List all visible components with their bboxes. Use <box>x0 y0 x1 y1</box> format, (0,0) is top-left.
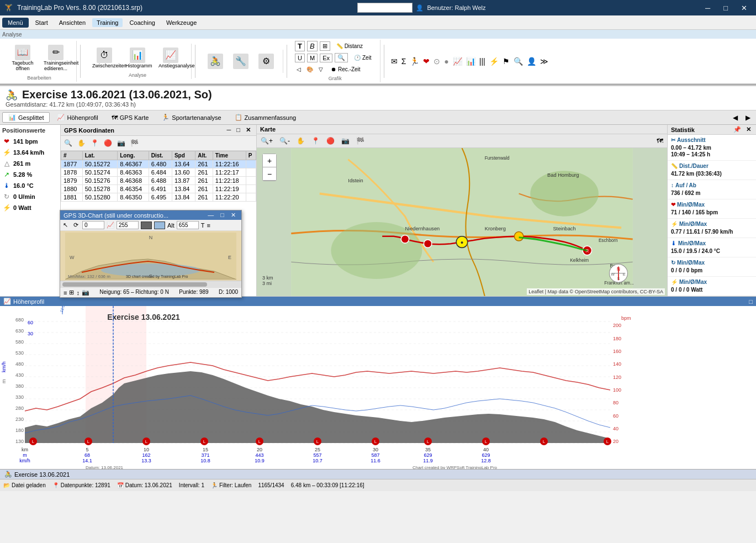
text-italic-btn[interactable]: B <box>307 41 318 51</box>
menu-item-coaching[interactable]: Coaching <box>125 18 159 27</box>
heart-icon[interactable]: ❤ <box>422 56 431 67</box>
chevron-icon[interactable]: ⚡ <box>488 56 500 67</box>
gps3d-more-btn[interactable]: ≡ <box>207 222 210 229</box>
gps3d-rotate-btn[interactable]: ⟳ <box>72 221 80 229</box>
chart-btn[interactable]: Ex <box>320 54 332 62</box>
map-marker-btn[interactable]: 📍 <box>309 135 323 146</box>
ribbon-btn-running[interactable]: 🔧 <box>229 51 253 72</box>
minimize-button[interactable]: ─ <box>701 3 715 13</box>
gps-close-btn[interactable]: ✕ <box>244 126 253 134</box>
gps3d-text-btn[interactable]: T <box>201 222 205 229</box>
gps3d-elevation-input[interactable] <box>117 221 139 229</box>
ribbon-btn-zwischenzeiten[interactable]: ⏱ Zwischenzeiten <box>88 45 120 71</box>
menu-item-ansichten[interactable]: Ansichten <box>55 18 90 27</box>
person-icon[interactable]: 👤 <box>526 56 537 67</box>
map-zoom-in-btn[interactable]: 🔍+ <box>258 135 276 146</box>
map-layers-btn[interactable]: 🗺 <box>654 135 666 146</box>
circle-icon[interactable]: ⊙ <box>432 56 441 67</box>
ribbon-btn-settings[interactable]: ⚙ <box>254 51 278 72</box>
gps3d-cursor-btn[interactable]: ↖ <box>61 221 70 229</box>
table-row[interactable]: 188050.152788.463546.49113.8426111:22:19 <box>61 185 256 193</box>
table-row[interactable]: 187750.152728.463676.48013.6426111:22:16 <box>61 160 256 168</box>
chart-line-icon[interactable]: 📈 <box>452 56 463 67</box>
ribbon-btn-tagebuch[interactable]: 📖 Tagebuch öffnen <box>7 42 39 74</box>
underline-btn[interactable]: U <box>295 54 305 62</box>
gps3d-status-btn3[interactable]: ↕ <box>76 289 80 296</box>
user-dropdown[interactable]: eichwald ▼ <box>357 3 413 13</box>
gps-minimize-btn[interactable]: ─ <box>225 126 234 134</box>
gps3d-close-btn[interactable]: ✕ <box>229 212 238 219</box>
gps3d-status-btn1[interactable]: ≡ <box>64 289 67 296</box>
tabs-nav-left[interactable]: ◀ <box>729 113 741 123</box>
gps-tool5[interactable]: 📷 <box>115 137 127 149</box>
zoom-in-button[interactable]: + <box>263 154 276 167</box>
map-pan-btn[interactable]: ✋ <box>294 135 308 146</box>
gps-tool1[interactable]: 🔍 <box>62 137 74 149</box>
zoom-btn[interactable]: 🔍 <box>335 53 348 62</box>
gps3d-scrollbar-thumb[interactable] <box>62 282 207 287</box>
tab-gesplittet[interactable]: 📊 Gesplittet <box>2 112 50 123</box>
bottom-tab-label[interactable]: Exercise 13.06.2021 <box>14 471 70 478</box>
text-bold-btn[interactable]: T <box>295 41 305 51</box>
gps-tool6[interactable]: 🏁 <box>128 137 140 149</box>
gps-tool3[interactable]: 📍 <box>88 137 101 149</box>
ribbon-btn-training-edit[interactable]: ✏ Trainingseinheit editieren... <box>40 42 72 74</box>
menu-item-start[interactable]: Start <box>31 18 52 27</box>
ribbon-btn-cycling[interactable]: 🚴 <box>203 51 228 72</box>
ribbon-btn-distanz[interactable]: 📏 Distanz <box>332 41 367 51</box>
maximize-button[interactable]: □ <box>719 3 732 13</box>
table-row[interactable]: 187950.152768.463686.48813.8726111:22:18 <box>61 177 256 185</box>
map-flag-btn[interactable]: 🏁 <box>353 135 367 146</box>
hoehenprofil-close-btn[interactable]: □ <box>749 298 753 305</box>
sum-icon[interactable]: Σ <box>400 56 408 67</box>
flag-icon[interactable]: ⚑ <box>501 56 511 67</box>
gps3d-dash-btn[interactable]: — <box>205 212 216 219</box>
grafik-grid-btn[interactable]: ⊞ <box>320 41 330 51</box>
map-photo-btn[interactable]: 📷 <box>339 135 352 146</box>
ribbon-btn-anstieg[interactable]: 📈 Anstiegsanalyse <box>155 45 187 71</box>
tab-zusammenfassung[interactable]: 📋 Zusammenfassung <box>229 112 303 123</box>
gps-tool4[interactable]: 🔴 <box>102 137 114 149</box>
menu-item-werkzeuge[interactable]: Werkzeuge <box>162 18 201 27</box>
arrow-down-btn[interactable]: ▽ <box>317 66 325 73</box>
ribbon-btn-reczeit[interactable]: ⏺ Rec.-Zeit <box>327 64 364 75</box>
stat-close-btn[interactable]: ✕ <box>744 125 753 133</box>
gps3d-box-btn[interactable]: □ <box>218 212 226 219</box>
close-button[interactable]: ✕ <box>737 3 752 13</box>
map-container[interactable]: R Niedernhausen Kronberg Steinbach Kelkh… <box>257 148 667 296</box>
menu-item-training[interactable]: Training <box>92 18 123 27</box>
gps3d-color2[interactable] <box>154 222 165 229</box>
more-icon[interactable]: ≫ <box>539 56 549 67</box>
dot-icon[interactable]: ● <box>443 56 450 67</box>
gps3d-alt-input[interactable] <box>177 221 199 229</box>
map-zoom-out-btn[interactable]: 🔍- <box>277 135 293 146</box>
arrow-left-btn[interactable]: ◁ <box>295 66 303 73</box>
vertical-bars-icon[interactable]: ||| <box>478 56 487 67</box>
tabs-nav-right[interactable]: ▶ <box>742 113 754 123</box>
gps3d-color1[interactable] <box>141 222 152 229</box>
color-picker-btn[interactable]: 🎨 <box>305 66 315 73</box>
svg-text:L: L <box>374 439 377 444</box>
zoom-out-button[interactable]: − <box>263 167 276 181</box>
gps3d-status-btn4[interactable]: 📷 <box>82 289 89 296</box>
ribbon-btn-histogramm[interactable]: 📊 Histogramm <box>121 45 154 71</box>
gps3d-rotation-input[interactable] <box>82 221 104 229</box>
search-icon[interactable]: 🔍 <box>512 56 524 67</box>
gps3d-scrollbar[interactable] <box>60 281 241 287</box>
gps3d-status-btn2[interactable]: ⊞ <box>69 289 74 296</box>
chart-bar-icon[interactable]: 📊 <box>465 56 477 67</box>
table-row[interactable]: 188150.152808.463506.49513.8426111:22:20 <box>61 193 256 202</box>
gps-maximize-btn[interactable]: □ <box>234 126 242 134</box>
table-row[interactable]: 187850.152748.463636.48413.6026111:22:17 <box>61 168 256 177</box>
email-icon[interactable]: ✉ <box>390 56 399 67</box>
gps-tool2[interactable]: ✋ <box>75 137 87 149</box>
runner-icon[interactable]: 🏃 <box>409 56 420 67</box>
color-btn[interactable]: M <box>307 54 318 62</box>
tab-sportartenanalyse[interactable]: 🏃 Sportartenanalyse <box>156 112 227 123</box>
tab-hoehenprofil[interactable]: 📈 Höhenprofil <box>51 112 104 123</box>
ribbon-btn-zeit[interactable]: 🕐 Zeit <box>350 52 376 63</box>
map-stop-btn[interactable]: 🔴 <box>324 135 337 146</box>
stat-pin-btn[interactable]: 📌 <box>732 125 743 133</box>
tab-gps-karte[interactable]: 🗺 GPS Karte <box>105 113 155 123</box>
menu-item-menu[interactable]: Menü <box>2 18 29 28</box>
